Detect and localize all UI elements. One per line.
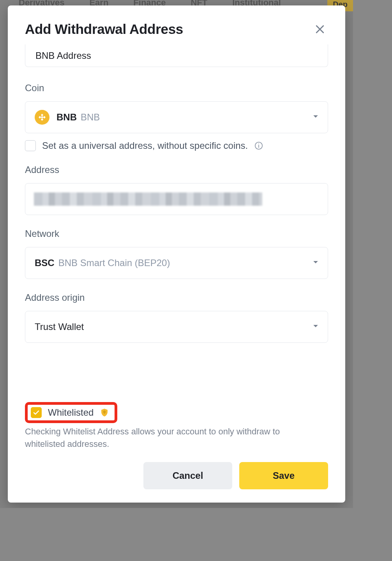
add-withdrawal-address-modal: Add Withdrawal Address BNB Address Coin …: [8, 5, 345, 503]
bnb-icon: [35, 110, 49, 125]
whitelist-section: Whitelisted Checking Whitelist Address a…: [25, 402, 328, 450]
chevron-down-icon: [313, 259, 318, 266]
shield-icon: [100, 408, 109, 417]
universal-address-row: Set as a universal address, without spec…: [25, 140, 328, 151]
address-label-value: BNB Address: [35, 50, 91, 61]
coin-name: BNB: [81, 112, 100, 123]
network-group: Network BSC BNB Smart Chain (BEP20): [25, 228, 328, 279]
cancel-button[interactable]: Cancel: [143, 462, 232, 489]
network-label: Network: [25, 228, 328, 239]
coin-group: Coin BNB BNB Set as a universal address,…: [25, 83, 328, 151]
address-value-redacted: [34, 192, 262, 206]
chevron-down-icon: [313, 323, 318, 330]
save-button[interactable]: Save: [239, 462, 328, 489]
whitelist-highlight: Whitelisted: [25, 402, 117, 423]
origin-label: Address origin: [25, 292, 328, 303]
network-symbol: BSC: [35, 258, 55, 268]
modal-title: Add Withdrawal Address: [25, 21, 183, 37]
address-input[interactable]: [25, 183, 328, 215]
coin-symbol: BNB: [57, 112, 77, 123]
coin-select[interactable]: BNB BNB: [25, 101, 328, 133]
address-label: Address: [25, 164, 328, 175]
chevron-down-icon: [313, 114, 318, 121]
modal-scroll-area[interactable]: BNB Address Coin BNB BNB Set as a univer…: [25, 44, 336, 400]
modal-footer: Cancel Save: [25, 462, 328, 489]
whitelist-help-text: Checking Whitelist Address allows your a…: [25, 425, 305, 450]
whitelist-label: Whitelisted: [48, 407, 94, 418]
origin-value: Trust Wallet: [35, 321, 84, 332]
modal-header: Add Withdrawal Address: [25, 21, 328, 37]
address-label-input[interactable]: BNB Address: [25, 44, 328, 67]
network-name: BNB Smart Chain (BEP20): [58, 258, 170, 268]
info-icon[interactable]: [254, 141, 263, 150]
close-icon: [314, 23, 326, 35]
network-select[interactable]: BSC BNB Smart Chain (BEP20): [25, 247, 328, 279]
universal-address-text: Set as a universal address, without spec…: [42, 140, 248, 151]
origin-group: Address origin Trust Wallet: [25, 292, 328, 343]
origin-select[interactable]: Trust Wallet: [25, 311, 328, 343]
close-button[interactable]: [312, 21, 328, 37]
whitelist-checkbox[interactable]: [31, 407, 42, 418]
address-group: Address: [25, 164, 328, 215]
universal-address-checkbox[interactable]: [25, 140, 36, 151]
coin-label: Coin: [25, 83, 328, 94]
